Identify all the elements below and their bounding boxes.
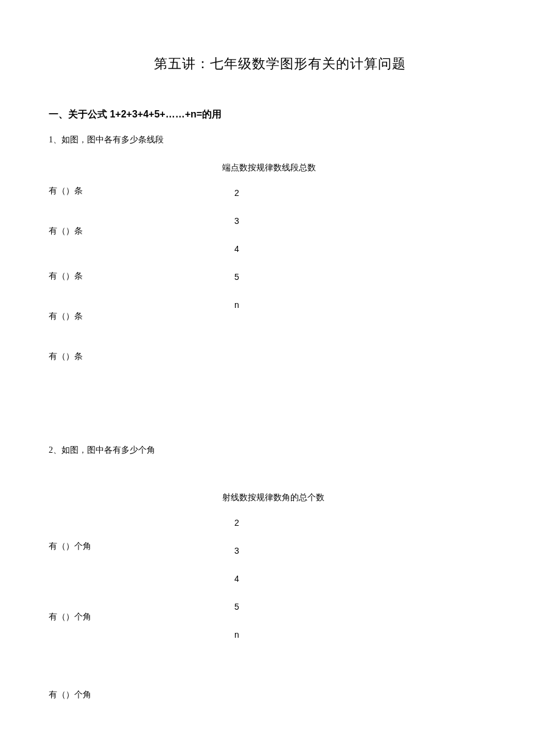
section-heading: 一、关于公式 1+2+3+4+5+……+n=的用	[49, 108, 511, 121]
q2-left-item: 有（）个角	[49, 612, 222, 623]
q2-left-item: 有（）个角	[49, 541, 222, 552]
q1-left-column: 有（）条 有（）条 有（）条 有（）条 有（）条	[49, 162, 222, 391]
q2-num: 2	[234, 518, 324, 528]
q1-left-item: 有（）条	[49, 186, 222, 197]
q1-body: 有（）条 有（）条 有（）条 有（）条 有（）条 端点数按规律数线段总数 2 3…	[49, 162, 511, 391]
q1-num: 2	[234, 188, 316, 198]
q2-num: 3	[234, 546, 324, 556]
q1-left-item: 有（）条	[49, 311, 222, 322]
spacer	[49, 391, 511, 445]
q1-num: 4	[234, 244, 316, 254]
page-title: 第五讲：七年级数学图形有关的计算问题	[49, 55, 511, 73]
q2-num: 4	[234, 574, 324, 584]
q1-num: 3	[234, 216, 316, 226]
q2-num: n	[234, 630, 324, 640]
q2-intro: 2、如图，图中各有多少个角	[49, 445, 511, 456]
q1-num: 5	[234, 272, 316, 282]
q1-right-column: 端点数按规律数线段总数 2 3 4 5 n	[222, 162, 316, 328]
q2-numbers: 2 3 4 5 n	[234, 518, 324, 640]
q2-left-column: 有（）个角 有（）个角 有（）个角	[49, 492, 222, 700]
q2-right-column: 射线数按规律数角的总个数 2 3 4 5 n	[222, 492, 324, 658]
q2-body: 有（）个角 有（）个角 有（）个角 射线数按规律数角的总个数 2 3 4 5 n	[49, 492, 511, 700]
q2-num: 5	[234, 602, 324, 612]
q1-num: n	[234, 300, 316, 310]
q1-right-header: 端点数按规律数线段总数	[222, 162, 316, 173]
q2-right-header: 射线数按规律数角的总个数	[222, 492, 324, 503]
q1-left-item: 有（）条	[49, 226, 222, 237]
q1-left-item: 有（）条	[49, 351, 222, 362]
q1-intro: 1、如图，图中各有多少条线段	[49, 134, 511, 145]
q1-left-item: 有（）条	[49, 271, 222, 282]
q2-left-item: 有（）个角	[49, 689, 222, 700]
q1-numbers: 2 3 4 5 n	[234, 188, 316, 310]
document-page: 第五讲：七年级数学图形有关的计算问题 一、关于公式 1+2+3+4+5+……+n…	[0, 0, 560, 729]
